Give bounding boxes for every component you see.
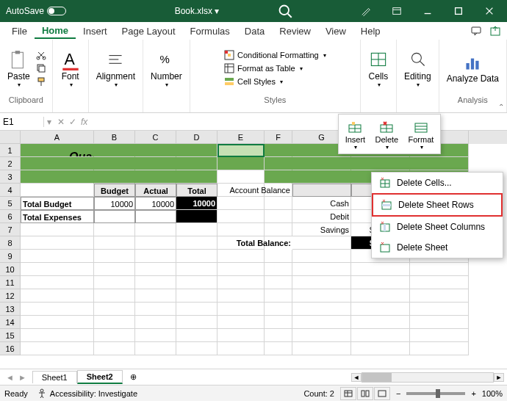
menu-delete-sheet-rows[interactable]: Delete Sheet Rows — [372, 193, 503, 217]
row-header[interactable]: 12 — [0, 289, 21, 303]
font-button[interactable]: A Font▾ — [59, 48, 82, 90]
row-header[interactable]: 7 — [0, 223, 21, 236]
format-as-table-button[interactable]: Format as Table▾ — [224, 63, 303, 73]
sheet-tab[interactable]: Sheet2 — [77, 370, 123, 384]
row-header[interactable]: 3 — [0, 170, 21, 184]
normal-view-button[interactable] — [340, 387, 356, 400]
tab-view[interactable]: View — [318, 24, 353, 38]
cell-styles-button[interactable]: Cell Styles▾ — [224, 76, 283, 87]
conditional-formatting-button[interactable]: Conditional Formatting▾ — [224, 50, 326, 60]
row-header[interactable]: 4 — [0, 184, 21, 197]
cell[interactable]: Debit — [292, 210, 351, 223]
insert-cells-button[interactable]: Insert▾ — [344, 119, 367, 152]
cancel-formula-icon[interactable]: ✕ — [57, 117, 65, 127]
accessibility-status[interactable]: Accessibility: Investigate — [37, 388, 137, 399]
cell[interactable]: Total Budget — [21, 197, 94, 210]
cells-label: Cells — [369, 71, 389, 82]
close-button[interactable] — [475, 0, 504, 22]
editing-button[interactable]: Editing▾ — [403, 48, 433, 90]
row-header[interactable]: 13 — [0, 303, 21, 316]
autosave-toggle[interactable]: AutoSave — [0, 6, 72, 16]
col-header[interactable]: A — [21, 131, 94, 144]
cell[interactable]: Total — [176, 184, 217, 197]
collapse-ribbon-icon[interactable]: ⌃ — [498, 103, 504, 111]
fx-icon[interactable]: fx — [81, 117, 87, 127]
cell[interactable]: 10000 — [135, 197, 176, 210]
col-header[interactable]: E — [217, 131, 265, 144]
cell[interactable]: 10000 — [94, 197, 135, 210]
row-header[interactable]: 15 — [0, 329, 21, 342]
scroll-left-icon[interactable]: ◄ — [351, 373, 362, 382]
row-header[interactable]: 14 — [0, 316, 21, 329]
horizontal-scrollbar[interactable] — [362, 372, 494, 383]
sheet-prev-icon[interactable]: ◄ — [6, 373, 14, 382]
sheet-tab[interactable]: Sheet1 — [32, 371, 77, 383]
cell[interactable]: Total Balance: — [237, 239, 291, 247]
row-header[interactable]: 6 — [0, 210, 21, 223]
maximize-button[interactable] — [444, 0, 473, 22]
copy-button[interactable] — [36, 63, 46, 73]
cell[interactable]: Budget — [94, 184, 135, 197]
number-button[interactable]: % Number▾ — [149, 48, 184, 90]
page-break-view-button[interactable] — [374, 387, 390, 400]
tab-help[interactable]: Help — [353, 24, 388, 38]
minimize-button[interactable] — [413, 0, 442, 22]
tab-insert[interactable]: Insert — [76, 24, 115, 38]
tab-home[interactable]: Home — [35, 23, 76, 39]
add-sheet-button[interactable]: ⊕ — [123, 372, 144, 382]
ribbon-display-icon[interactable] — [382, 0, 411, 22]
row-header[interactable]: 2 — [0, 157, 21, 170]
format-painter-button[interactable] — [36, 76, 46, 87]
cell[interactable]: Savings — [292, 223, 351, 236]
tab-review[interactable]: Review — [272, 24, 318, 38]
cell[interactable]: Account Balance — [229, 186, 290, 195]
tab-data[interactable]: Data — [237, 24, 272, 38]
alignment-button[interactable]: Alignment▾ — [95, 48, 137, 90]
row-header[interactable]: 11 — [0, 276, 21, 289]
row-header[interactable]: 9 — [0, 250, 21, 263]
cells-button[interactable]: Cells▾ — [367, 48, 390, 90]
tab-formulas[interactable]: Formulas — [183, 24, 237, 38]
row-header[interactable]: 1 — [0, 144, 21, 157]
file-name[interactable]: Book.xlsx ▾ — [72, 6, 278, 16]
row-header[interactable]: 8 — [0, 236, 21, 250]
clipboard-label: Clipboard — [9, 95, 43, 104]
zoom-in-button[interactable]: + — [471, 389, 475, 398]
menu-delete-cells[interactable]: Delete Cells... — [372, 173, 503, 193]
scroll-right-icon[interactable]: ► — [494, 373, 504, 382]
paste-button[interactable]: Paste▾ — [6, 48, 32, 90]
cell[interactable]: Total Expenses — [21, 210, 94, 223]
format-cells-button[interactable]: Format▾ — [407, 119, 436, 152]
menu-delete-sheet[interactable]: Delete Sheet — [372, 237, 503, 258]
svg-rect-16 — [38, 78, 44, 82]
cell[interactable]: Cash — [292, 197, 351, 210]
tab-page-layout[interactable]: Page Layout — [115, 24, 183, 38]
zoom-out-button[interactable]: − — [396, 389, 400, 398]
search-icon[interactable] — [278, 4, 292, 18]
cell[interactable]: 10000 — [176, 197, 217, 210]
col-header[interactable]: F — [265, 131, 292, 144]
col-header[interactable]: C — [135, 131, 176, 144]
pen-icon[interactable] — [351, 0, 381, 22]
col-header[interactable]: B — [94, 131, 135, 144]
selected-cell-e1[interactable] — [217, 144, 265, 157]
name-box[interactable]: E1 — [0, 117, 44, 127]
enter-formula-icon[interactable]: ✓ — [69, 117, 76, 127]
comments-icon[interactable] — [467, 23, 485, 39]
row-header[interactable]: 16 — [0, 342, 21, 355]
tab-file[interactable]: File — [4, 24, 35, 38]
analyze-data-button[interactable]: Analyze Data — [445, 51, 500, 85]
sheet-next-icon[interactable]: ► — [18, 373, 26, 382]
menu-delete-sheet-columns[interactable]: Delete Sheet Columns — [372, 217, 503, 237]
page-layout-view-button[interactable] — [357, 387, 373, 400]
select-all-corner[interactable] — [0, 131, 21, 144]
zoom-slider[interactable] — [406, 392, 465, 395]
row-header[interactable]: 5 — [0, 197, 21, 210]
cell[interactable]: Actual — [135, 184, 176, 197]
cut-button[interactable] — [36, 50, 46, 60]
zoom-level[interactable]: 100% — [482, 389, 503, 398]
delete-cells-button[interactable]: Delete▾ — [373, 119, 400, 152]
share-icon[interactable] — [486, 23, 504, 39]
row-header[interactable]: 10 — [0, 263, 21, 276]
col-header[interactable]: D — [176, 131, 217, 144]
